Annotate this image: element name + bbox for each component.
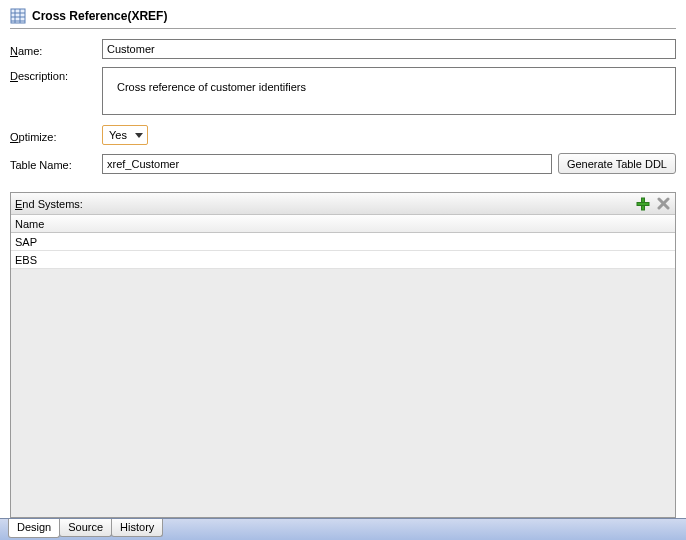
end-systems-rows: SAP EBS <box>11 233 675 517</box>
name-label: Name: <box>10 42 102 57</box>
tablename-label: Table Name: <box>10 156 102 171</box>
svg-marker-6 <box>135 133 143 138</box>
end-systems-title: End Systems: <box>15 198 635 210</box>
editor-header: Cross Reference(XREF) <box>0 0 686 28</box>
table-row[interactable]: EBS <box>11 251 675 269</box>
optimize-select[interactable]: Yes <box>102 125 148 145</box>
table-row[interactable]: SAP <box>11 233 675 251</box>
form-area: Name: Description: Cross reference of cu… <box>0 33 686 182</box>
tab-history[interactable]: History <box>111 519 163 537</box>
page-title: Cross Reference(XREF) <box>32 9 167 23</box>
editor-root: Cross Reference(XREF) Name: Description:… <box>0 0 686 540</box>
optimize-label: Optimize: <box>10 128 102 143</box>
description-label: Description: <box>10 67 102 82</box>
column-header-name[interactable]: Name <box>11 215 675 233</box>
header-divider <box>10 28 676 29</box>
tab-source[interactable]: Source <box>59 519 112 537</box>
name-input[interactable] <box>102 39 676 59</box>
bottom-tabbar: Design Source History <box>0 518 686 540</box>
generate-ddl-button[interactable]: Generate Table DDL <box>558 153 676 174</box>
chevron-down-icon <box>131 126 147 144</box>
description-textarea[interactable]: Cross reference of customer identifiers <box>102 67 676 115</box>
grid-icon <box>10 8 26 24</box>
optimize-value: Yes <box>109 129 127 141</box>
end-systems-header: End Systems: <box>11 193 675 215</box>
add-button[interactable] <box>635 196 651 212</box>
svg-rect-8 <box>637 202 649 205</box>
row-name: EBS <box>15 254 37 266</box>
end-systems-panel-wrap: End Systems: Name SAP EBS <box>0 182 686 518</box>
end-systems-panel: End Systems: Name SAP EBS <box>10 192 676 518</box>
tab-design[interactable]: Design <box>8 519 60 538</box>
row-name: SAP <box>15 236 37 248</box>
tablename-input[interactable] <box>102 154 552 174</box>
delete-button[interactable] <box>655 196 671 212</box>
